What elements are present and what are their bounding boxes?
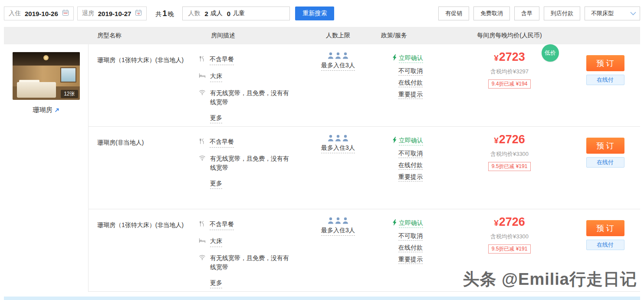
- currency-symbol: ¥: [494, 218, 499, 227]
- no-cancel-label[interactable]: 不可取消: [398, 150, 423, 158]
- feature-breakfast: 不含早餐: [199, 137, 306, 148]
- room-photo[interactable]: 12张: [13, 52, 80, 100]
- tax-price-label: 含税均价¥3300: [449, 150, 570, 158]
- instant-confirm: 立即确认: [392, 219, 449, 228]
- wifi-label: 有无线宽带，且免费，没有有线宽带: [210, 89, 291, 107]
- more-link[interactable]: 更多: [210, 279, 222, 288]
- filter-free-cancel-button[interactable]: 免费取消: [473, 7, 510, 20]
- cancel-policy: 不可取消: [392, 149, 449, 157]
- breakfast-label[interactable]: 不含早餐: [210, 55, 234, 65]
- next-section-strip: [4, 297, 640, 300]
- checkin-date-box[interactable]: 入住 2019-10-26: [4, 7, 74, 20]
- room-summary-column: 12张 珊瑚房: [4, 44, 89, 292]
- tax-price-label: 含税均价¥3300: [449, 233, 570, 241]
- table-header-price: 每间房每晚均价(人民币): [449, 32, 570, 40]
- table-header-occupancy: 人数上限: [306, 32, 371, 40]
- checkout-date-value: 2019-10-27: [98, 10, 131, 17]
- table-header-policy: 政策/服务: [371, 32, 449, 40]
- photo-count-badge: 12张: [61, 90, 78, 98]
- rate-actions: 预订 在线付: [570, 127, 640, 209]
- instant-confirm-label[interactable]: 立即确认: [399, 136, 423, 145]
- breakfast-label[interactable]: 不含早餐: [210, 137, 234, 148]
- cancel-policy: 不可取消: [392, 67, 449, 75]
- wifi-icon: [199, 254, 206, 261]
- nights-summary: 共1晚: [155, 9, 174, 18]
- filter-breakfast-button[interactable]: 含早: [514, 7, 539, 20]
- filter-promotion-button[interactable]: 有促销: [438, 7, 469, 20]
- important-notice-label[interactable]: 重要提示: [398, 173, 423, 181]
- no-cancel-label[interactable]: 不可取消: [398, 67, 423, 76]
- bed-label[interactable]: 大床: [210, 72, 222, 82]
- room-name-link[interactable]: 珊瑚房: [33, 106, 59, 114]
- cancel-policy: 不可取消: [392, 232, 449, 240]
- more-link[interactable]: 更多: [210, 114, 222, 123]
- important-notice-label[interactable]: 重要提示: [398, 256, 423, 264]
- online-payment-label[interactable]: 在线付款: [398, 244, 423, 252]
- room-name-label: 珊瑚房: [33, 106, 53, 114]
- occupancy-label[interactable]: 最多入住3人: [321, 227, 355, 236]
- checkout-label: 退房: [82, 10, 94, 17]
- discount-label: 9.5折已减 ¥191: [488, 244, 531, 254]
- checkout-date-box[interactable]: 退房 2019-10-27: [77, 7, 147, 20]
- bed-icon: [199, 73, 206, 80]
- discount-label: 9.5折已减 ¥191: [488, 162, 531, 171]
- photo-bed-area: [17, 82, 56, 97]
- meal-icon: [199, 56, 205, 63]
- online-payment-label[interactable]: 在线付款: [398, 79, 423, 87]
- search-bar: 入住 2019-10-26 退房 2019-10-27 共1晚 人数 2 成人 …: [0, 0, 644, 27]
- feature-breakfast: 不含早餐: [199, 220, 306, 230]
- instant-confirm-label[interactable]: 立即确认: [399, 54, 423, 63]
- calendar-checkin-icon: [62, 9, 69, 18]
- rate-name: 珊瑚房（1张特大床）(非当地人): [89, 209, 193, 291]
- guests-input[interactable]: 人数 2 成人 0 儿童: [182, 7, 290, 20]
- rate-occupancy: 最多入住3人: [306, 127, 371, 209]
- feature-wifi: 有无线宽带，且免费，没有有线宽带: [199, 154, 306, 172]
- bed-icon: [199, 237, 206, 245]
- low-price-badge: 低价: [542, 44, 559, 62]
- lightning-icon: [392, 54, 397, 63]
- instant-confirm-label[interactable]: 立即确认: [399, 219, 423, 228]
- table-header-row: 房型名称 房间描述 人数上限 政策/服务 每间房每晚均价(人民币): [4, 27, 640, 44]
- online-payment-label[interactable]: 在线付款: [398, 162, 423, 170]
- payment-policy: 在线付款: [392, 161, 449, 169]
- rate-table: 房型名称 房间描述 人数上限 政策/服务 每间房每晚均价(人民币) 12张: [4, 27, 640, 292]
- occupancy-label[interactable]: 最多入住3人: [321, 62, 355, 71]
- rate-policies: 立即确认 不可取消 在线付款 重要提示: [371, 127, 449, 209]
- bed-label[interactable]: 大床: [210, 237, 222, 247]
- wifi-icon: [199, 89, 206, 96]
- online-pay-badge: 在线付: [586, 75, 624, 85]
- online-pay-badge: 在线付: [586, 240, 624, 250]
- bed-type-filter-dropdown[interactable]: 不限床型: [585, 7, 640, 20]
- rate-description: 不含早餐 大床 有无线宽带，且免费，没有有线宽带 更多: [193, 209, 306, 291]
- rate-price-block: ¥2726 含税均价¥3300 9.5折已减 ¥191: [449, 127, 570, 209]
- feature-wifi: 有无线宽带，且免费，没有有线宽带: [199, 89, 306, 107]
- filter-pay-at-hotel-button[interactable]: 到店付款: [544, 7, 580, 20]
- feature-wifi: 有无线宽带，且免费，没有有线宽带: [199, 254, 306, 272]
- important-notice-label[interactable]: 重要提示: [398, 91, 423, 99]
- discount-label: 9.4折已减 ¥194: [488, 79, 531, 89]
- adults-count: 2: [204, 10, 208, 17]
- no-cancel-label[interactable]: 不可取消: [398, 232, 423, 241]
- currency-symbol: ¥: [494, 53, 499, 63]
- wifi-label: 有无线宽带，且免费，没有有线宽带: [210, 254, 291, 272]
- children-label: 儿童: [233, 10, 245, 17]
- book-button[interactable]: 预订: [586, 138, 624, 154]
- price-amount: ¥2726: [449, 133, 570, 147]
- rate-actions: 预订 在线付: [570, 44, 640, 126]
- rate-description: 不含早餐 有无线宽带，且免费，没有有线宽带 更多: [193, 127, 306, 209]
- rate-name: 珊瑚房(非当地人): [89, 127, 193, 209]
- book-button[interactable]: 预订: [586, 55, 624, 71]
- rate-occupancy: 最多入住3人: [306, 44, 371, 126]
- meal-icon: [199, 221, 205, 228]
- checkin-label: 入住: [9, 10, 21, 17]
- more-link[interactable]: 更多: [210, 180, 222, 189]
- occupancy-label[interactable]: 最多入住3人: [321, 144, 355, 153]
- research-button[interactable]: 重新搜索: [295, 7, 334, 20]
- photo-lamp-area: [43, 55, 49, 60]
- rate-policies: 立即确认 不可取消 在线付款 重要提示: [371, 44, 449, 126]
- notice-policy: 重要提示: [392, 173, 449, 181]
- feature-bed: 大床: [199, 237, 306, 247]
- persons-icon: [327, 53, 349, 60]
- breakfast-label[interactable]: 不含早餐: [210, 220, 234, 230]
- book-button[interactable]: 预订: [586, 220, 624, 236]
